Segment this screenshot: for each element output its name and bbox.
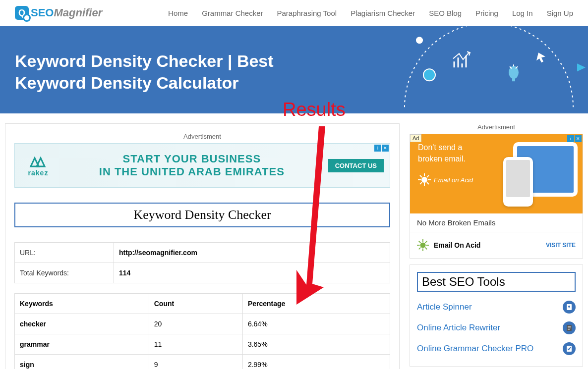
nav-paraphrasing-tool[interactable]: Paraphrasing Tool	[277, 9, 337, 17]
nav-home[interactable]: Home	[168, 9, 188, 17]
visit-site-link[interactable]: VISIT SITE	[546, 242, 576, 249]
splat-icon	[418, 173, 431, 186]
col-count: Count	[149, 294, 242, 314]
ad-close-icon[interactable]: ✕	[575, 135, 582, 142]
ad-contact-button[interactable]: CONTACT US	[328, 159, 384, 172]
phone-mockup	[503, 157, 533, 207]
sidebar-ad-label: Advertisment	[410, 123, 583, 131]
col-percentage: Percentage	[242, 294, 390, 314]
results-table: Keywords Count Percentage checker 20 6.6…	[14, 293, 390, 369]
svg-rect-7	[512, 78, 515, 81]
sidebar-ad-brand-row: Email On Acid	[417, 239, 480, 251]
nav-seo-blog[interactable]: SEO Blog	[429, 9, 462, 17]
logo-text: SEOMagnifier	[31, 6, 102, 19]
ad-brand-text: rakez	[28, 169, 49, 177]
tools-title: Best SEO Tools	[417, 272, 576, 292]
nav-plagiarism-checker[interactable]: Plagiarism Checker	[351, 9, 415, 17]
ad-close-icon[interactable]: ✕	[382, 145, 389, 152]
nav-login[interactable]: Log In	[512, 9, 533, 17]
tool-link-article-spinner[interactable]: Article Spinner	[417, 297, 576, 317]
page-title: Keyword Density Checker | Best Keyword D…	[15, 50, 312, 94]
ad-label: Advertisment	[14, 133, 390, 140]
tool-link-article-rewriter[interactable]: Online Article Rewriter	[417, 317, 576, 338]
ad-controls: i ✕	[374, 145, 389, 152]
tools-box: Best SEO Tools Article Spinner Online Ar…	[410, 264, 583, 367]
rakez-icon	[26, 154, 51, 169]
nav-signup[interactable]: Sign Up	[547, 9, 573, 17]
svg-point-0	[416, 37, 423, 44]
sidebar-ad-footer: Email On Acid VISIT SITE	[410, 232, 583, 258]
cell-percentage: 2.99%	[242, 355, 390, 369]
sidebar-ad[interactable]: Ad i ✕ Don't send a broken email.	[410, 134, 583, 259]
cell-keyword: sign	[15, 355, 149, 369]
sidebar-ad-brand: Email On Acid	[434, 241, 480, 249]
cell-count: 11	[149, 334, 242, 355]
hero-decoration	[390, 26, 588, 113]
cell-keyword: checker	[15, 314, 149, 334]
cell-count: 9	[149, 355, 242, 369]
svg-point-11	[421, 177, 427, 183]
sidebar: Advertisment Ad i ✕ Don't send a broken …	[410, 123, 583, 369]
svg-line-16	[420, 175, 422, 177]
sidebar-ad-creative: Ad i ✕ Don't send a broken email.	[410, 134, 583, 213]
cell-count: 20	[149, 314, 242, 334]
svg-line-28	[425, 241, 427, 243]
content-area: Advertisment rakez START YOUR BUSINESS I…	[0, 113, 588, 369]
svg-line-27	[419, 248, 421, 250]
ad-brand-inline: Email on Acid	[434, 176, 473, 184]
table-header-row: Keywords Count Percentage	[15, 294, 390, 314]
svg-point-1	[423, 69, 435, 81]
tool-link-label: Online Article Rewriter	[417, 323, 500, 333]
hero-banner: Keyword Density Checker | Best Keyword D…	[0, 26, 588, 113]
ad-banner-line2: IN THE UNITED ARAB EMIRATES	[56, 165, 328, 178]
ad-info-icon[interactable]: i	[374, 145, 381, 152]
info-label: Total Keywords:	[15, 263, 114, 283]
tool-title: Keyword Density Checker	[14, 203, 390, 227]
ad-info-icon[interactable]: i	[567, 135, 574, 142]
ad-banner[interactable]: rakez START YOUR BUSINESS IN THE UNITED …	[14, 143, 390, 188]
sidebar-ad-headline: Don't send a broken email.	[418, 142, 482, 164]
svg-line-25	[419, 241, 421, 243]
cell-keyword: grammar	[15, 334, 149, 355]
info-label: URL:	[15, 243, 114, 263]
main-nav: Home Grammar Checker Paraphrasing Tool P…	[168, 9, 573, 17]
sidebar-ad-controls: i ✕	[567, 135, 582, 142]
logo-seo: SEO	[31, 6, 54, 19]
ad-banner-headline: START YOUR BUSINESS IN THE UNITED ARAB E…	[56, 153, 328, 179]
svg-point-20	[420, 243, 425, 248]
svg-line-18	[420, 182, 422, 184]
tool-icon	[563, 342, 576, 355]
ad-banner-logo: rakez	[21, 154, 56, 177]
col-keywords: Keywords	[15, 294, 149, 314]
logo-magnifier: Magnifier	[54, 6, 102, 19]
logo[interactable]: Q SEOMagnifier	[15, 6, 102, 20]
info-value: http://seomagnifier.com	[114, 243, 390, 263]
ad-badge: Ad	[410, 134, 421, 142]
nav-pricing[interactable]: Pricing	[475, 9, 498, 17]
nav-grammar-checker[interactable]: Grammar Checker	[202, 9, 263, 17]
svg-line-26	[425, 248, 427, 250]
cell-percentage: 6.64%	[242, 314, 390, 334]
svg-line-19	[427, 175, 429, 177]
info-table: URL: http://seomagnifier.com Total Keywo…	[14, 242, 390, 283]
main-panel: Advertisment rakez START YOUR BUSINESS I…	[5, 123, 400, 369]
tool-link-label: Online Grammar Checker PRO	[417, 344, 533, 354]
svg-point-30	[568, 306, 570, 308]
header: Q SEOMagnifier Home Grammar Checker Para…	[0, 0, 588, 26]
cell-percentage: 3.65%	[242, 334, 390, 355]
tool-icon	[563, 301, 576, 314]
table-row: checker 20 6.64%	[15, 314, 390, 334]
info-row-url: URL: http://seomagnifier.com	[15, 243, 390, 263]
logo-icon: Q	[15, 6, 29, 20]
device-mockup	[503, 142, 578, 207]
svg-line-17	[427, 182, 429, 184]
table-row: grammar 11 3.65%	[15, 334, 390, 355]
tool-icon	[563, 321, 576, 334]
table-row: sign 9 2.99%	[15, 355, 390, 369]
svg-point-6	[509, 66, 519, 79]
info-value: 114	[114, 263, 390, 283]
sidebar-ad-title: No More Broken Emails	[410, 213, 583, 232]
info-row-total: Total Keywords: 114	[15, 263, 390, 283]
tool-link-grammar-checker[interactable]: Online Grammar Checker PRO	[417, 338, 576, 359]
green-splat-icon	[417, 239, 429, 251]
